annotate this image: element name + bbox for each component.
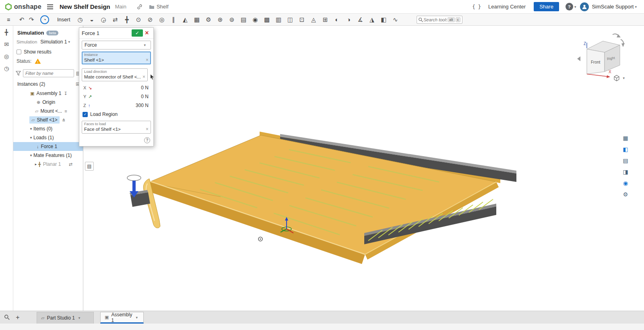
bom-table-panel-icon[interactable]: ▦ — [620, 133, 631, 143]
onshape-logo[interactable]: onshape — [5, 3, 41, 10]
cylindrical-mate-icon[interactable]: ⊙ — [134, 14, 143, 25]
appearance-icon[interactable]: ◑ — [345, 14, 353, 25]
search-tools-box[interactable]: alt c — [417, 16, 462, 24]
display-states-panel-icon[interactable]: ◨ — [620, 167, 631, 177]
pick-direction-button[interactable] — [149, 73, 155, 81]
force-z-value[interactable]: 300 N — [95, 103, 149, 108]
simulation-setup-icon[interactable]: ╋ — [1, 27, 12, 37]
assembly-3d-scene[interactable] — [83, 26, 644, 311]
faces-to-load-value[interactable]: Face of Shelf <1> — [84, 127, 144, 132]
mate-icon[interactable]: ⋔ — [62, 118, 66, 123]
search-tools-input[interactable] — [423, 17, 447, 22]
items-caret-icon[interactable]: ▾ — [29, 127, 33, 131]
cancel-button[interactable] — [143, 29, 151, 37]
tangent-mate-icon[interactable]: ◭ — [181, 14, 190, 25]
share-button[interactable]: Share — [534, 2, 559, 11]
confirm-button[interactable] — [132, 29, 143, 37]
show-results-checkbox[interactable] — [17, 50, 21, 54]
panel-settings-icon[interactable]: ⚙ — [620, 189, 631, 200]
instance-field-value[interactable]: Shelf <1> — [84, 58, 144, 62]
search-tabs-icon[interactable] — [4, 314, 10, 320]
load-type-select[interactable]: Force — [82, 41, 151, 50]
section-items[interactable]: ▾ Items (0) — [13, 124, 83, 133]
revolute-mate-icon[interactable]: ◶ — [99, 14, 108, 25]
rotate-left-arrow-icon[interactable] — [577, 56, 580, 61]
clear-instance-icon[interactable] — [146, 57, 149, 63]
rail-icon[interactable]: ≡ — [64, 109, 67, 113]
shelf-part[interactable] — [143, 135, 499, 264]
group-icon[interactable]: ▦ — [193, 14, 201, 25]
filter-input[interactable] — [23, 69, 74, 77]
tree-item-shelf[interactable]: ▱ Shelf <1> ⋔ — [13, 116, 83, 124]
share-link-icon[interactable] — [137, 4, 142, 10]
section-loads[interactable]: ▾ Loads (1) — [13, 133, 83, 142]
gear-relation-icon[interactable]: ⊛ — [216, 14, 225, 25]
inspect-icon[interactable]: ◎ — [1, 52, 12, 61]
tree-item-planar[interactable]: ▸ ╋ Planar 1 ⇄ — [13, 160, 83, 169]
named-positions-icon[interactable]: ⊞ — [321, 14, 330, 25]
tree-item-origin[interactable]: ⊕ Origin — [13, 98, 83, 107]
snapshot-icon[interactable]: ⊡ — [298, 14, 306, 25]
active-study-tool-icon[interactable]: ◔ — [40, 15, 49, 24]
add-tab-button[interactable]: + — [13, 313, 22, 322]
user-name[interactable]: SimScale Support — [592, 4, 634, 10]
redo-button[interactable]: ↷ — [27, 16, 36, 23]
simulation-value[interactable]: Simulation 1 — [40, 39, 67, 45]
tab-assembly[interactable]: ▣ Assembly 1 — [100, 312, 144, 324]
simulation-study-icon[interactable]: ∿ — [391, 14, 400, 25]
bottom-scroll-strip[interactable] — [0, 324, 644, 330]
show-results-row[interactable]: Show results — [13, 47, 83, 57]
mate-connector-icon[interactable]: ◷ — [76, 14, 85, 25]
planar-mate-icon[interactable]: ╋ — [123, 14, 131, 25]
view-options-button[interactable] — [613, 75, 627, 81]
assembly-tab-caret-icon[interactable] — [136, 316, 138, 320]
force-x-row[interactable]: X ↘ 0 N — [79, 83, 153, 92]
instance-field[interactable]: Instance Shelf <1> — [82, 52, 151, 64]
tree-item-assembly[interactable]: ▣ Assembly 1 ↧ — [13, 89, 83, 98]
configurations-panel-icon[interactable]: ◧ — [620, 144, 631, 155]
user-avatar[interactable] — [580, 2, 589, 11]
faces-to-load-field[interactable]: Faces to load Face of Shelf <1> — [82, 121, 151, 134]
force-y-value[interactable]: 0 N — [95, 94, 149, 99]
simulation-results-panel-icon[interactable]: ◉ — [620, 178, 631, 188]
mate-connector-point[interactable] — [258, 237, 262, 241]
insert-frame-icon[interactable]: ◫ — [286, 14, 295, 25]
learning-center-link[interactable]: Learning Center — [488, 4, 526, 10]
help-button[interactable]: ? — [566, 3, 573, 10]
workspace-name[interactable]: Main — [115, 4, 126, 10]
slider-mate-icon[interactable]: ⇄ — [111, 14, 120, 25]
clear-faces-icon[interactable] — [146, 126, 149, 132]
standard-content-icon[interactable]: ▥ — [275, 14, 283, 25]
instances-header-row[interactable]: Instances (2) ⊞ — [13, 79, 83, 89]
main-menu-icon[interactable] — [47, 4, 53, 9]
circular-pattern-icon[interactable]: ◉ — [251, 14, 260, 25]
mate-relations-icon[interactable]: ⚙ — [204, 14, 213, 25]
simulation-selector[interactable]: Simulation Simulation 1 — [13, 37, 83, 47]
linear-pattern-icon[interactable]: ▤ — [239, 14, 248, 25]
tree-item-mount[interactable]: ▱ Mount <... ≡ — [13, 107, 83, 116]
fixed-anchor-icon[interactable]: ↧ — [64, 91, 67, 96]
section-mate-features[interactable]: ▾ Mate Features (1) — [13, 151, 83, 160]
screw-relation-icon[interactable]: ⊚ — [228, 14, 236, 25]
section-view-icon[interactable]: ◧ — [380, 14, 388, 25]
fastened-mate-icon[interactable]: ◒ — [88, 14, 96, 25]
display-states-icon[interactable]: ◐ — [333, 14, 341, 25]
dialog-help-icon[interactable]: ? — [144, 137, 150, 143]
document-title[interactable]: New Shelf Design — [60, 3, 110, 10]
planar-caret-icon[interactable]: ▸ — [33, 162, 38, 166]
3d-viewport[interactable]: Front Right Z X ▤ — [83, 26, 644, 311]
ball-mate-icon[interactable]: ◎ — [158, 14, 166, 25]
slider-limits-icon[interactable]: ⇄ — [69, 162, 72, 167]
document-folder[interactable]: Shelf — [149, 4, 169, 10]
load-direction-value[interactable]: Mate connector of Shelf <... — [84, 74, 141, 79]
mate-list-toggle-button[interactable]: ▤ — [85, 162, 94, 171]
mate-features-caret-icon[interactable]: ▾ — [29, 153, 33, 157]
loads-caret-icon[interactable]: ▾ — [29, 136, 33, 140]
insert-button[interactable]: Insert — [57, 16, 70, 23]
replicate-icon[interactable]: ▩ — [263, 14, 271, 25]
comments-icon[interactable]: ✉ — [1, 39, 12, 49]
clear-direction-icon[interactable] — [142, 74, 145, 80]
pin-slot-mate-icon[interactable]: ⊘ — [146, 14, 155, 25]
load-region-checkbox[interactable] — [83, 112, 88, 117]
status-warning-icon[interactable]: ! — [35, 59, 41, 64]
